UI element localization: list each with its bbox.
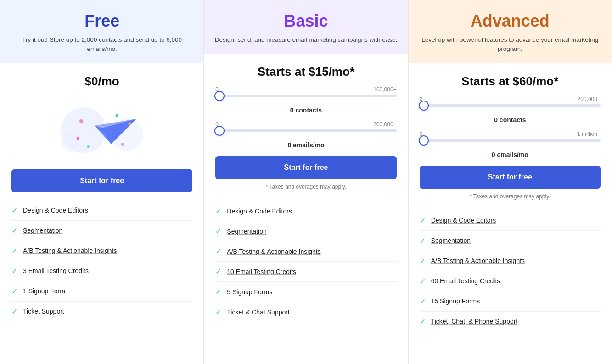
feature-link[interactable]: Design & Code Editors xyxy=(431,217,496,224)
feature-link[interactable]: 1 Signup Form xyxy=(23,287,65,295)
feature-link[interactable]: A/B Testing & Actionable Insights xyxy=(431,257,525,264)
tax-note-advanced: * Taxes and overages may apply. xyxy=(470,193,550,200)
slider2-thumb[interactable] xyxy=(419,135,429,146)
slider1-track[interactable] xyxy=(420,104,601,107)
feature-link[interactable]: Design & Code Editors xyxy=(23,207,88,214)
svg-point-7 xyxy=(121,143,124,146)
plan-desc-advanced: Level up with powerful features to advan… xyxy=(418,35,602,54)
list-item: ✓5 Signup Forms xyxy=(215,282,396,302)
plan-body-free: $0/mo Start for free✓Design & Code xyxy=(0,63,203,364)
feature-link[interactable]: Segmentation xyxy=(431,237,471,244)
plan-price-basic: Starts at $15/mo* xyxy=(258,65,354,79)
feature-link[interactable]: 5 Signup Forms xyxy=(227,288,272,296)
pricing-container: FreeTry it out! Store up to 2,000 contac… xyxy=(0,0,612,364)
slider2-max: 1 million+ xyxy=(577,131,601,137)
check-icon: ✓ xyxy=(420,257,426,265)
contacts-slider-advanced[interactable]: 0 200,000+ xyxy=(420,96,601,108)
emails-value-basic: 0 emails/mo xyxy=(287,141,324,149)
plan-header-advanced: AdvancedLevel up with powerful features … xyxy=(409,0,612,63)
check-icon: ✓ xyxy=(420,277,426,286)
slider2-track[interactable] xyxy=(420,139,601,142)
contacts-value-advanced: 0 contacts xyxy=(494,116,526,123)
features-list-advanced: ✓Design & Code Editors✓Segmentation✓A/B … xyxy=(420,211,601,331)
features-list-basic: ✓Design & Code Editors✓Segmentation✓A/B … xyxy=(215,201,396,322)
check-icon: ✓ xyxy=(11,307,17,316)
feature-link[interactable]: Segmentation xyxy=(23,227,62,234)
slider2-track[interactable] xyxy=(215,129,396,132)
slider1-track[interactable] xyxy=(215,95,396,97)
check-icon: ✓ xyxy=(215,207,221,215)
check-icon: ✓ xyxy=(215,267,221,276)
check-icon: ✓ xyxy=(11,206,17,215)
check-icon: ✓ xyxy=(11,246,17,255)
plan-price-free: $0/mo xyxy=(85,74,119,89)
svg-point-9 xyxy=(128,122,131,125)
plan-name-advanced: Advanced xyxy=(418,11,602,31)
contacts-value-basic: 0 contacts xyxy=(290,106,322,114)
feature-link[interactable]: Ticket, Chat, & Phone Support xyxy=(431,318,518,325)
check-icon: ✓ xyxy=(11,267,17,275)
emails-slider-advanced[interactable]: 0 1 million+ xyxy=(420,131,601,143)
feature-link[interactable]: A/B Testing & Actionable Insights xyxy=(227,248,320,255)
slider1-max: 200,000+ xyxy=(578,96,601,102)
feature-link[interactable]: Design & Code Editors xyxy=(227,207,292,215)
list-item: ✓Segmentation xyxy=(11,221,192,241)
feature-link[interactable]: 10 Email Testing Credits xyxy=(227,268,296,275)
feature-link[interactable]: 15 Signup Forms xyxy=(431,297,480,305)
emails-slider-basic[interactable]: 0 300,000+ xyxy=(215,121,396,133)
list-item: ✓Ticket Support xyxy=(11,302,192,321)
list-item: ✓Design & Code Editors xyxy=(420,211,601,231)
slider1-thumb[interactable] xyxy=(419,101,429,111)
cta-button-free[interactable]: Start for free xyxy=(11,169,192,192)
plan-body-advanced: Starts at $60/mo* 0 200,000+ 0 contacts … xyxy=(409,63,612,364)
feature-link[interactable]: Segmentation xyxy=(227,228,266,235)
feature-link[interactable]: 60 Email Testing Credits xyxy=(431,277,500,285)
feature-link[interactable]: A/B Testing & Actionable Insights xyxy=(23,247,117,254)
plan-name-free: Free xyxy=(10,11,194,31)
check-icon: ✓ xyxy=(420,236,426,245)
list-item: ✓Segmentation xyxy=(215,221,396,241)
slider2-max: 300,000+ xyxy=(373,121,396,128)
list-item: ✓15 Signup Forms xyxy=(420,291,601,312)
feature-link[interactable]: Ticket Support xyxy=(23,308,64,315)
list-item: ✓1 Signup Form xyxy=(11,281,192,302)
plan-desc-free: Try it out! Store up to 2,000 contacts a… xyxy=(10,35,194,54)
tax-note-basic: * Taxes and overages may apply. xyxy=(266,184,347,190)
plan-price-advanced: Starts at $60/mo* xyxy=(461,74,558,89)
list-item: ✓Segmentation xyxy=(420,231,601,251)
check-icon: ✓ xyxy=(420,216,426,225)
cta-button-basic[interactable]: Start for free xyxy=(215,156,396,179)
check-icon: ✓ xyxy=(215,227,221,235)
list-item: ✓10 Email Testing Credits xyxy=(215,262,396,282)
list-item: ✓A/B Testing & Actionable Insights xyxy=(11,241,192,261)
features-list-free: ✓Design & Code Editors✓Segmentation✓A/B … xyxy=(11,201,192,321)
svg-point-2 xyxy=(61,133,79,151)
list-item: ✓Design & Code Editors xyxy=(11,201,192,221)
plan-name-basic: Basic xyxy=(213,11,398,31)
check-icon: ✓ xyxy=(11,287,17,296)
contacts-slider-basic[interactable]: 0 100,000+ xyxy=(215,86,396,98)
slider1-thumb[interactable] xyxy=(214,91,225,101)
list-item: ✓A/B Testing & Actionable Insights xyxy=(420,251,601,271)
check-icon: ✓ xyxy=(215,287,221,296)
check-icon: ✓ xyxy=(215,247,221,256)
plan-advanced: AdvancedLevel up with powerful features … xyxy=(408,0,612,364)
emails-value-advanced: 0 emails/mo xyxy=(492,151,528,158)
slider2-thumb[interactable] xyxy=(214,126,225,136)
slider1-max: 100,000+ xyxy=(373,86,396,93)
list-item: ✓Design & Code Editors xyxy=(215,201,396,221)
check-icon: ✓ xyxy=(215,308,221,316)
plan-body-basic: Starts at $15/mo* 0 100,000+ 0 contacts … xyxy=(204,54,407,364)
cta-button-advanced[interactable]: Start for free xyxy=(420,166,601,189)
list-item: ✓A/B Testing & Actionable Insights xyxy=(215,241,396,262)
list-item: ✓3 Email Testing Credits xyxy=(11,261,192,281)
plan-illustration xyxy=(56,101,148,160)
check-icon: ✓ xyxy=(420,297,426,306)
feature-link[interactable]: Ticket & Chat Support xyxy=(227,308,289,316)
list-item: ✓Ticket, Chat, & Phone Support xyxy=(420,312,601,331)
check-icon: ✓ xyxy=(11,226,17,235)
list-item: ✓Ticket & Chat Support xyxy=(215,302,396,322)
check-icon: ✓ xyxy=(420,317,426,326)
feature-link[interactable]: 3 Email Testing Credits xyxy=(23,267,89,274)
plan-free: FreeTry it out! Store up to 2,000 contac… xyxy=(0,0,204,364)
